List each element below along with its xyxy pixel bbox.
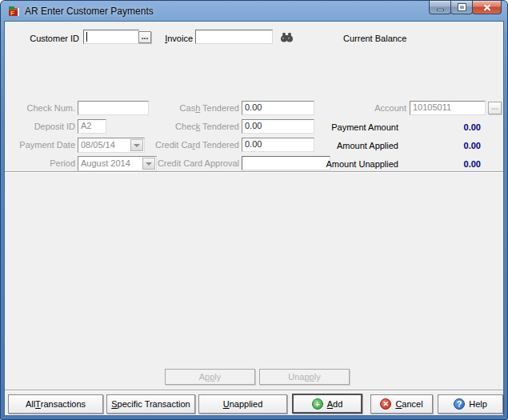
window-title: AR Enter Customer Payments xyxy=(25,6,154,17)
account-browse-button[interactable]: ... xyxy=(488,102,502,114)
section-divider xyxy=(5,171,503,173)
close-button[interactable] xyxy=(472,0,502,14)
maximize-icon xyxy=(458,4,466,10)
check-num-label: Check Num. xyxy=(5,103,75,113)
x-circle-icon: ✕ xyxy=(380,398,391,410)
close-icon xyxy=(483,4,491,11)
specific-transaction-button[interactable]: Specific Transaction xyxy=(106,394,195,414)
current-balance-label: Current Balance xyxy=(343,34,407,43)
titlebar[interactable]: F AR Enter Customer Payments xyxy=(1,1,507,21)
account-input[interactable]: 10105011 xyxy=(410,101,486,115)
amount-unapplied-label: Amount Unapplied xyxy=(277,159,398,169)
amount-applied-label: Amount Applied xyxy=(277,141,398,150)
unapplied-button[interactable]: Unapplied xyxy=(198,394,287,414)
deposit-id-input[interactable]: A2 xyxy=(78,119,106,134)
check-tendered-label: Check Tendered xyxy=(125,122,239,131)
credit-card-tendered-label: Credit Card Tendered xyxy=(125,140,239,150)
credit-card-approval-label: Credit Card Approval xyxy=(125,158,239,168)
window-ar-enter-customer-payments: F AR Enter Customer Payments Customer ID… xyxy=(0,0,508,420)
app-icon: F xyxy=(8,5,21,18)
invoice-label: Invoice xyxy=(117,34,193,43)
customer-id-label: Customer ID xyxy=(5,34,79,43)
unapply-button[interactable]: Unapply xyxy=(259,369,350,385)
cancel-button[interactable]: ✕ Cancel xyxy=(370,394,433,414)
payment-amount-label: Payment Amount xyxy=(277,122,398,132)
payment-amount-value: 0.00 xyxy=(405,122,481,132)
help-button[interactable]: ? Help xyxy=(438,394,503,414)
caption-buttons xyxy=(430,0,502,14)
payment-date-label: Payment Date xyxy=(5,140,75,150)
minimize-button[interactable] xyxy=(429,0,451,14)
deposit-id-label: Deposit ID xyxy=(5,122,75,131)
footer-divider xyxy=(5,390,503,391)
client-area: Customer ID ... Invoice Current Balance … xyxy=(4,21,504,416)
plus-circle-icon: + xyxy=(312,398,323,410)
period-label: Period xyxy=(5,158,75,168)
binoculars-icon[interactable] xyxy=(280,32,294,42)
account-label: Account xyxy=(325,103,406,113)
maximize-button[interactable] xyxy=(450,0,473,14)
apply-button[interactable]: Apply xyxy=(165,369,255,385)
question-circle-icon: ? xyxy=(454,398,465,410)
cash-tendered-input[interactable]: 0.00 xyxy=(242,101,314,115)
svg-text:F: F xyxy=(10,10,14,17)
add-button[interactable]: + Add xyxy=(292,394,362,414)
cash-tendered-label: Cash Tendered xyxy=(125,103,239,113)
minimize-icon xyxy=(437,9,444,11)
text-caret xyxy=(86,32,87,42)
amount-applied-value: 0.00 xyxy=(405,141,481,150)
invoice-input[interactable] xyxy=(195,30,273,44)
amount-unapplied-value: 0.00 xyxy=(405,159,481,169)
all-transactions-button[interactable]: All Transactions xyxy=(8,394,103,414)
